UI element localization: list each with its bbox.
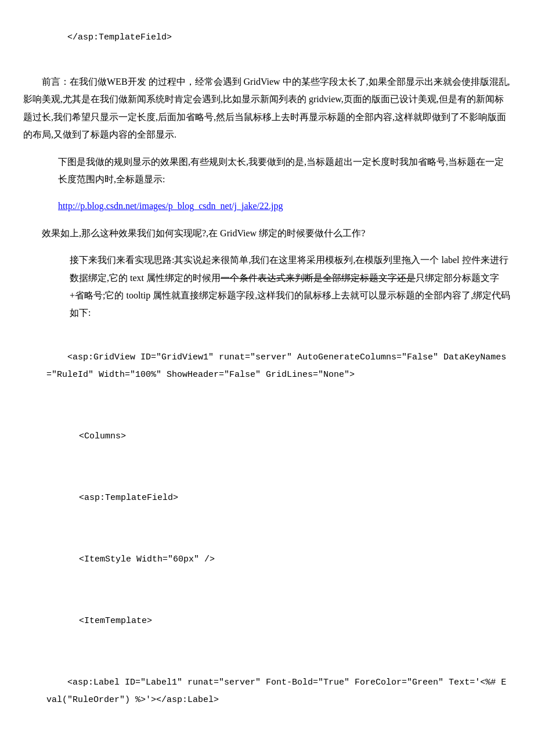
code-columns-open: <Columns> [23, 411, 511, 463]
paragraph-3: 效果如上,那么这种效果我们如何实现呢?,在 GridView 绑定的时候要做什么… [23, 225, 511, 242]
paragraph-2: 下图是我做的规则显示的效果图,有些规则太长,我要做到的是,当标题超出一定长度时我… [23, 153, 511, 189]
code-item-template-close: </ItemTemplate> [23, 736, 511, 756]
code-item-style: <ItemStyle Width="60px" /> [23, 534, 511, 586]
code-item-template-open: <ItemTemplate> [23, 595, 511, 647]
main-content: </asp:TemplateField> 前言：在我们做WEB开发 的过程中，经… [23, 12, 511, 756]
code-template-field-close-top: </asp:TemplateField> [23, 12, 511, 64]
paragraph-1: 前言：在我们做WEB开发 的过程中，经常会遇到 GridView 中的某些字段太… [23, 73, 511, 144]
strikethrough-text: 一个条件表达式来判断是全部绑定标题文字还是 [221, 273, 416, 283]
code-gridview-open: <asp:GridView ID="GridView1" runat="serv… [23, 332, 511, 401]
code-asp-label: <asp:Label ID="Label1" runat="server" Fo… [23, 657, 511, 726]
image-link[interactable]: http://p.blog.csdn.net/images/p_blog_csd… [23, 197, 511, 215]
paragraph-4: 接下来我们来看实现思路:其实说起来很简单,我们在这里将采用模板列,在模版列里拖入… [23, 251, 511, 322]
code-template-field-open-1: <asp:TemplateField> [23, 472, 511, 524]
